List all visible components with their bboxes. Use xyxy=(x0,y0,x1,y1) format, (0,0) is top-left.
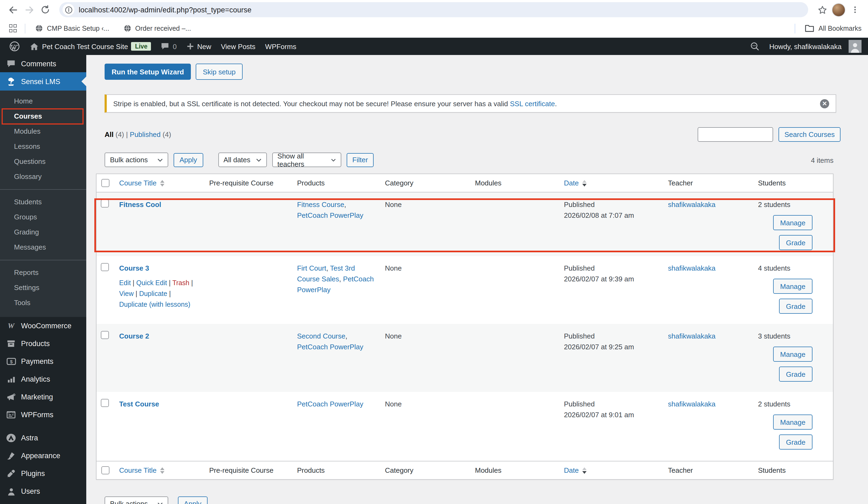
site-info-icon[interactable] xyxy=(63,4,74,16)
teacher-link[interactable]: shafikwalakaka xyxy=(668,400,715,408)
manage-button[interactable]: Manage xyxy=(773,347,813,362)
sidebar-item-appearance[interactable]: Appearance xyxy=(0,447,86,465)
apps-grid-icon[interactable] xyxy=(7,22,19,35)
sidebar-item-tools[interactable]: Tools xyxy=(0,295,86,310)
row-checkbox[interactable] xyxy=(101,199,109,207)
sidebar-item-users[interactable]: Users xyxy=(0,482,86,500)
sidebar-item-courses[interactable]: Courses xyxy=(0,109,86,124)
manage-button[interactable]: Manage xyxy=(773,279,813,294)
sidebar-item-analytics[interactable]: Analytics xyxy=(0,370,86,388)
product-link-petcoach-powerplay[interactable]: PetCoach PowerPlay xyxy=(297,343,363,351)
search-courses-button[interactable]: Search Courses xyxy=(778,127,840,142)
row-checkbox[interactable] xyxy=(101,331,109,339)
wpforms-admin-menu[interactable]: WPForms xyxy=(260,38,301,55)
row-checkbox[interactable] xyxy=(101,399,109,407)
teachers-filter-select[interactable]: Show all teachers xyxy=(272,153,341,167)
bookmark-order-received[interactable]: Order received –... xyxy=(119,21,195,35)
dismiss-notice-icon[interactable]: ✕ xyxy=(820,99,829,108)
bulk-actions-select-bottom[interactable]: Bulk actions xyxy=(105,496,168,504)
product-link-petcoach-powerplay[interactable]: PetCoach PowerPlay xyxy=(297,400,363,408)
row-action-duplicate[interactable]: Duplicate xyxy=(139,290,167,298)
sidebar-item-wpforms[interactable]: WPForms xyxy=(0,406,86,424)
product-link-second-course[interactable]: Second Course xyxy=(297,332,345,340)
grade-button[interactable]: Grade xyxy=(779,367,813,382)
skip-setup-button[interactable]: Skip setup xyxy=(196,64,242,80)
apply-button[interactable]: Apply xyxy=(174,153,203,167)
course-title-link[interactable]: Course 2 xyxy=(119,332,149,340)
sidebar-item-lessons[interactable]: Lessons xyxy=(0,139,86,154)
address-bar[interactable]: localhost:4002/wp-admin/edit.php?post_ty… xyxy=(59,2,808,17)
sidebar-item-payments[interactable]: $ Payments xyxy=(0,352,86,370)
sidebar-item-questions[interactable]: Questions xyxy=(0,154,86,169)
sidebar-item-modules[interactable]: Modules xyxy=(0,124,86,139)
list-toolbar: Bulk actions Apply All dates Show all te… xyxy=(105,153,374,167)
teacher-link[interactable]: shafikwalakaka xyxy=(668,264,715,272)
sidebar-item-woocommerce[interactable]: W WooCommerce xyxy=(0,317,86,335)
course-title-link[interactable]: Test Course xyxy=(119,400,159,408)
ssl-certificate-link[interactable]: SSL certificate xyxy=(510,100,555,107)
sidebar-item-students[interactable]: Students xyxy=(0,195,86,210)
manage-button[interactable]: Manage xyxy=(773,215,813,230)
row-checkbox[interactable] xyxy=(101,263,109,271)
sidebar-item-settings[interactable]: Settings xyxy=(0,280,86,295)
browser-profile-avatar[interactable] xyxy=(832,3,845,17)
row-action-quick-edit[interactable]: Quick Edit xyxy=(136,279,167,287)
sidebar-item-grading[interactable]: Grading xyxy=(0,225,86,240)
bookmark-star-icon[interactable] xyxy=(816,3,829,16)
sidebar-item-marketing[interactable]: Marketing xyxy=(0,388,86,406)
teacher-link[interactable]: shafikwalakaka xyxy=(668,332,715,340)
back-icon[interactable] xyxy=(7,3,19,16)
view-all-link[interactable]: All xyxy=(105,131,113,138)
reload-icon[interactable] xyxy=(39,3,52,16)
sort-arrows-icon[interactable] xyxy=(582,180,587,186)
sidebar-item-products[interactable]: Products xyxy=(0,335,86,352)
search-courses-input[interactable] xyxy=(698,127,773,142)
filter-button[interactable]: Filter xyxy=(347,153,374,167)
course-title-link[interactable]: Course 3 xyxy=(119,264,149,272)
sidebar-item-messages[interactable]: Messages xyxy=(0,240,86,255)
sidebar-item-glossary[interactable]: Glossary xyxy=(0,169,86,184)
sidebar-item-home[interactable]: Home xyxy=(0,94,86,109)
view-posts-menu[interactable]: View Posts xyxy=(216,38,260,55)
manage-button[interactable]: Manage xyxy=(773,414,813,430)
howdy-account-menu[interactable]: Howdy, shafikwalakaka xyxy=(764,40,864,53)
sidebar-item-groups[interactable]: Groups xyxy=(0,210,86,225)
products-cell: Fitness Course, PetCoach PowerPlay xyxy=(293,193,381,256)
browser-menu-icon[interactable] xyxy=(849,3,861,16)
forward-icon[interactable] xyxy=(23,3,35,16)
teacher-link[interactable]: shafikwalakaka xyxy=(668,200,715,209)
product-link-fitness-course[interactable]: Fitness Course xyxy=(297,200,344,209)
bulk-actions-select[interactable]: Bulk actions xyxy=(105,153,168,167)
sidebar-item-comments[interactable]: Comments xyxy=(0,55,86,72)
select-all-checkbox[interactable] xyxy=(101,179,110,187)
apply-button-bottom[interactable]: Apply xyxy=(178,496,207,504)
row-action-edit[interactable]: Edit xyxy=(119,279,131,287)
view-published-link[interactable]: Published xyxy=(130,131,161,138)
sidebar-item-sensei-lms[interactable]: Sensei LMS xyxy=(0,72,86,91)
sidebar-item-astra[interactable]: Astra xyxy=(0,429,86,447)
run-setup-wizard-button[interactable]: Run the Setup Wizard xyxy=(105,64,191,80)
sort-arrows-icon[interactable] xyxy=(161,467,165,474)
dates-filter-select[interactable]: All dates xyxy=(218,153,267,167)
admin-comments-menu[interactable]: 0 xyxy=(156,38,182,55)
bookmark-cmp-basic-setup[interactable]: CMP Basic Setup ‹... xyxy=(31,21,114,35)
grade-button[interactable]: Grade xyxy=(779,235,813,250)
all-bookmarks-button[interactable]: All Bookmarks xyxy=(818,24,861,32)
site-name-menu[interactable]: Pet Coach Test Course Site Live xyxy=(25,38,156,55)
row-action-duplicate-with-lessons[interactable]: Duplicate (with lessons) xyxy=(119,301,190,308)
sidebar-item-reports[interactable]: Reports xyxy=(0,265,86,280)
wp-logo-icon[interactable] xyxy=(4,38,25,55)
row-action-trash[interactable]: Trash xyxy=(172,279,189,287)
admin-search-icon[interactable] xyxy=(745,41,764,51)
sort-arrows-icon[interactable] xyxy=(582,467,587,474)
course-title-link[interactable]: Fitness Cool xyxy=(119,200,161,209)
sort-arrows-icon[interactable] xyxy=(161,180,165,186)
grade-button[interactable]: Grade xyxy=(779,299,813,314)
sidebar-item-plugins[interactable]: Plugins xyxy=(0,465,86,482)
grade-button[interactable]: Grade xyxy=(779,434,813,450)
new-content-menu[interactable]: New xyxy=(182,38,216,55)
row-action-view[interactable]: View xyxy=(119,290,134,298)
select-all-checkbox[interactable] xyxy=(101,466,110,474)
product-link-firt-court[interactable]: Firt Court xyxy=(297,264,326,272)
product-link-petcoach-powerplay[interactable]: PetCoach PowerPlay xyxy=(297,211,363,219)
